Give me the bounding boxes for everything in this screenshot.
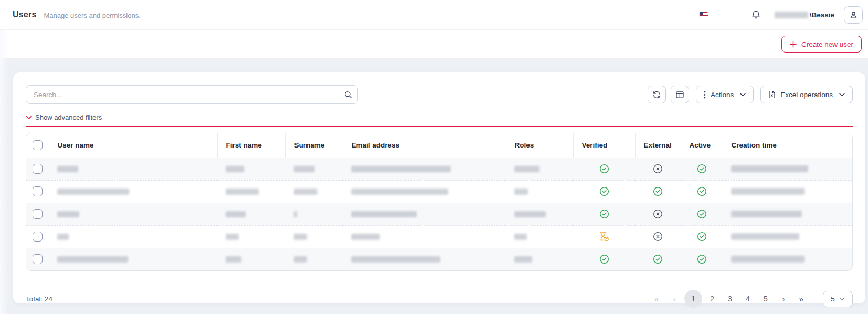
actions-label: Actions: [711, 91, 734, 99]
column-header-external: External: [635, 133, 681, 158]
pending-verification-icon: [599, 232, 609, 242]
column-header-first-name: First name: [217, 133, 285, 158]
search-icon: [344, 90, 353, 99]
search-button[interactable]: [338, 86, 357, 103]
card-toolbar: Actions Excel op: [26, 85, 853, 104]
check-circle-icon: [697, 209, 707, 219]
verified-status-cell: [573, 225, 635, 248]
row-checkbox[interactable]: [33, 232, 43, 242]
topbar-right: \Bessie: [700, 6, 863, 24]
current-user: \Bessie: [775, 11, 834, 19]
active-status-cell: [681, 158, 723, 180]
users-card: Actions Excel op: [13, 72, 865, 303]
redacted-text: [57, 189, 129, 195]
page-size-value: 5: [831, 295, 835, 303]
verified-status-cell: [573, 180, 635, 203]
active-status-cell: [681, 225, 723, 248]
table-row: [26, 203, 852, 225]
row-checkbox[interactable]: [33, 164, 43, 174]
content-area: Actions Excel op: [0, 59, 868, 303]
show-advanced-filters-label: Show advanced filters: [35, 113, 102, 121]
chevron-down-icon: [839, 93, 845, 97]
profile-menu-button[interactable]: [844, 6, 863, 24]
page-button-2[interactable]: 2: [704, 291, 720, 307]
first-page-button[interactable]: «: [649, 291, 664, 307]
redacted-text: [731, 188, 805, 195]
chevron-down-icon: [26, 116, 32, 120]
previous-page-button[interactable]: ‹: [666, 291, 682, 307]
page-button-3[interactable]: 3: [722, 291, 738, 307]
check-circle-icon: [599, 209, 609, 219]
excel-operations-label: Excel operations: [780, 91, 833, 99]
select-all-checkbox[interactable]: [33, 140, 43, 150]
redacted-text: [351, 234, 380, 240]
table-footer: Total: 24 «‹12345›»5: [26, 290, 853, 308]
redacted-text: [294, 211, 297, 217]
check-circle-icon: [599, 186, 609, 196]
redacted-text: [514, 166, 539, 172]
show-advanced-filters-toggle[interactable]: Show advanced filters: [26, 113, 102, 121]
external-status-cell: [635, 203, 681, 225]
page-button-5[interactable]: 5: [758, 291, 774, 307]
check-circle-icon: [653, 186, 663, 196]
redacted-text: [514, 211, 546, 217]
x-circle-icon: [653, 209, 663, 219]
check-circle-icon: [599, 164, 609, 174]
active-status-cell: [681, 248, 723, 270]
excel-operations-dropdown-button[interactable]: Excel operations: [760, 86, 853, 103]
redacted-text: [731, 165, 808, 172]
last-page-button[interactable]: »: [793, 291, 809, 307]
verified-status-cell: [573, 248, 635, 270]
redacted-text: [514, 234, 527, 240]
table-tool-buttons: Actions Excel op: [648, 86, 853, 103]
language-flag-icon[interactable]: [700, 12, 708, 18]
verified-status-cell: [573, 203, 635, 225]
page-action-bar: Create new user: [0, 30, 868, 59]
row-checkbox[interactable]: [33, 209, 43, 219]
search-input[interactable]: [26, 86, 338, 103]
page-button-1[interactable]: 1: [684, 290, 702, 308]
redacted-text: [294, 166, 315, 172]
redacted-text: [351, 256, 440, 263]
actions-dropdown-button[interactable]: Actions: [696, 86, 754, 103]
notifications-bell-icon[interactable]: [751, 10, 761, 20]
row-checkbox[interactable]: [33, 254, 43, 264]
redacted-text: [57, 256, 128, 263]
page-button-4[interactable]: 4: [740, 291, 756, 307]
external-status-cell: [635, 180, 681, 203]
redacted-text: [294, 256, 307, 263]
redacted-text: [57, 166, 78, 172]
redacted-text: [226, 256, 241, 263]
check-circle-icon: [697, 232, 707, 242]
filters-divider: [26, 126, 853, 127]
active-status-cell: [681, 180, 723, 203]
column-header-user-name: User name: [49, 133, 217, 158]
check-circle-icon: [599, 254, 609, 264]
redacted-text: [731, 256, 805, 263]
refresh-button[interactable]: [648, 86, 666, 103]
user-icon: [849, 11, 858, 19]
refresh-icon: [652, 90, 661, 99]
page-size-select[interactable]: 5: [823, 291, 853, 307]
verified-status-cell: [573, 158, 635, 180]
redacted-text: [294, 189, 317, 195]
next-page-button[interactable]: ›: [776, 291, 791, 307]
column-header-creation-time: Creation time: [723, 133, 852, 158]
create-new-user-button[interactable]: Create new user: [781, 36, 862, 53]
excel-file-icon: [768, 90, 776, 99]
redacted-text: [731, 233, 799, 240]
table-row: [26, 225, 852, 248]
redacted-text: [57, 234, 69, 240]
check-circle-icon: [697, 164, 707, 174]
redacted-text: [226, 166, 244, 172]
column-header-email-address: Email address: [343, 133, 506, 158]
redacted-text: [57, 211, 79, 217]
page-subtitle: Manage users and permissions.: [44, 12, 140, 19]
x-circle-icon: [653, 164, 663, 174]
top-header-bar: Users Manage users and permissions. \Bes…: [0, 0, 868, 30]
external-status-cell: [635, 225, 681, 248]
row-checkbox[interactable]: [33, 186, 43, 196]
column-header-active: Active: [681, 133, 723, 158]
column-header-surname: Surname: [285, 133, 343, 158]
customize-columns-button[interactable]: [671, 86, 689, 103]
